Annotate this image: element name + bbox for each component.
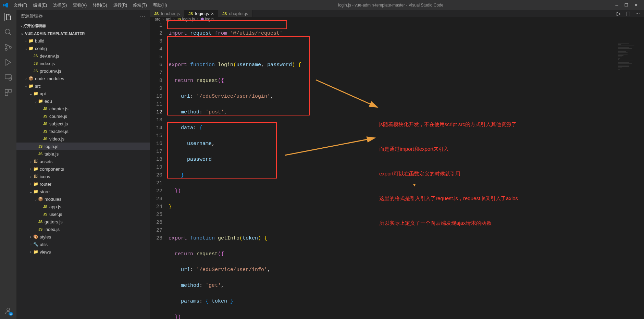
menu-item[interactable]: 选择(S) bbox=[50, 1, 70, 10]
breadcrumb[interactable]: src›api›JS login.js›⬢ login bbox=[150, 17, 644, 22]
sidebar-title: 资源管理器 bbox=[21, 13, 43, 19]
tree-label: index.js bbox=[40, 61, 55, 66]
minimize-button[interactable]: ─ bbox=[615, 3, 618, 8]
breadcrumb-sep: › bbox=[162, 17, 164, 22]
run-icon[interactable]: ▷ bbox=[617, 10, 621, 17]
js-file-icon: JS bbox=[42, 130, 48, 133]
line-number: 14 bbox=[150, 124, 162, 132]
tree-label: icons bbox=[40, 174, 50, 179]
tree-folder[interactable]: ›🖼assets bbox=[16, 158, 150, 165]
line-number: 16 bbox=[150, 140, 162, 148]
tree-file[interactable]: JSgetters.js bbox=[16, 218, 150, 225]
line-number: 13 bbox=[150, 116, 162, 124]
code-editor[interactable]: 1234567891011121314151617181920212223242… bbox=[150, 22, 644, 319]
folder-icon: 📁 bbox=[33, 167, 38, 171]
window-title: login.js - vue-admin-template-master - V… bbox=[170, 3, 612, 8]
menu-item[interactable]: 编辑(E) bbox=[30, 1, 50, 10]
tree-label: app.js bbox=[49, 204, 61, 209]
extensions-icon[interactable] bbox=[4, 88, 12, 97]
tree-folder[interactable]: ⌄📁edu bbox=[16, 97, 150, 105]
chevron-icon: › bbox=[29, 167, 33, 171]
tree-file[interactable]: JSdev.env.js bbox=[16, 52, 150, 60]
menu-item[interactable]: 运行(R) bbox=[111, 1, 130, 10]
folder-icon: 🖼 bbox=[33, 174, 38, 179]
tree-folder[interactable]: ›📁views bbox=[16, 248, 150, 256]
chevron-icon: ⌄ bbox=[29, 92, 33, 96]
tree-file[interactable]: JSsubject.js bbox=[16, 120, 150, 127]
tree-label: node_modules bbox=[35, 76, 64, 81]
tree-folder[interactable]: ›🖼icons bbox=[16, 173, 150, 180]
project-section[interactable]: ⌄ VUE-ADMIN-TEMPLATE-MASTER bbox=[16, 30, 150, 37]
tree-file[interactable]: JSteacher.js bbox=[16, 127, 150, 135]
tree-folder[interactable]: ›📦node_modules bbox=[16, 75, 150, 82]
vscode-logo-icon bbox=[3, 2, 8, 8]
breadcrumb-item[interactable]: JS login.js bbox=[177, 17, 195, 22]
line-number: 28 bbox=[150, 234, 162, 242]
tree-file[interactable]: JSvideo.js bbox=[16, 135, 150, 143]
editor-tab[interactable]: JSchapter.js bbox=[218, 10, 252, 17]
remote-icon[interactable] bbox=[4, 73, 12, 82]
breadcrumb-item[interactable]: api bbox=[166, 17, 171, 22]
chevron-icon: › bbox=[29, 175, 33, 179]
close-tab-icon[interactable]: × bbox=[211, 11, 214, 16]
maximize-button[interactable]: ❐ bbox=[624, 3, 628, 8]
breadcrumb-item[interactable]: src bbox=[155, 17, 160, 22]
tree-label: router bbox=[40, 182, 51, 187]
project-name: VUE-ADMIN-TEMPLATE-MASTER bbox=[25, 32, 85, 36]
tree-folder[interactable]: ›🎨styles bbox=[16, 233, 150, 241]
run-debug-icon[interactable] bbox=[4, 58, 12, 66]
tree-folder[interactable]: ⌄📦modules bbox=[16, 195, 150, 203]
menu-item[interactable]: 转到(G) bbox=[90, 1, 110, 10]
breadcrumb-sep: › bbox=[197, 17, 198, 22]
js-file-icon: JS bbox=[33, 69, 38, 73]
accounts-icon[interactable]: 3 bbox=[4, 307, 12, 315]
tree-file[interactable]: JStable.js bbox=[16, 150, 150, 158]
minimap[interactable] bbox=[617, 42, 644, 111]
tree-file[interactable]: JSuser.js bbox=[16, 210, 150, 218]
folder-icon: 📁 bbox=[28, 38, 34, 43]
explorer-sidebar: 资源管理器 ··· › 打开的编辑器 ⌄ VUE-ADMIN-TEMPLATE-… bbox=[16, 10, 150, 319]
folder-icon: 📁 bbox=[33, 91, 38, 96]
tree-label: config bbox=[35, 46, 47, 51]
tree-folder[interactable]: ›📁router bbox=[16, 180, 150, 188]
breadcrumb-item[interactable]: ⬢ login bbox=[200, 17, 214, 22]
chevron-down-icon: ⌄ bbox=[21, 31, 24, 36]
split-editor-icon[interactable]: ◫ bbox=[626, 10, 631, 17]
menu-item[interactable]: 帮助(H) bbox=[150, 1, 170, 10]
more-actions-icon[interactable]: ··· bbox=[140, 14, 146, 19]
tree-folder[interactable]: ›🔧utils bbox=[16, 241, 150, 248]
tree-label: login.js bbox=[45, 144, 58, 149]
tree-file[interactable]: JSprod.env.js bbox=[16, 67, 150, 75]
menu-item[interactable]: 终端(T) bbox=[131, 1, 149, 10]
menu-item[interactable]: 查看(V) bbox=[70, 1, 89, 10]
source-control-icon[interactable] bbox=[4, 43, 12, 51]
tree-file[interactable]: JSindex.js bbox=[16, 225, 150, 233]
tree-file[interactable]: JSchapter.js bbox=[16, 105, 150, 112]
folder-icon: 🔧 bbox=[33, 242, 38, 247]
tree-file[interactable]: JSindex.js bbox=[16, 60, 150, 67]
line-number: 22 bbox=[150, 187, 162, 195]
tree-label: components bbox=[40, 167, 64, 172]
tree-file[interactable]: JSapp.js bbox=[16, 203, 150, 210]
tree-label: course.js bbox=[49, 114, 67, 119]
more-icon[interactable]: ··· bbox=[635, 11, 640, 17]
tree-file[interactable]: JSlogin.js bbox=[16, 143, 150, 150]
tree-folder[interactable]: ›📁components bbox=[16, 165, 150, 173]
menu-item[interactable]: 文件(F) bbox=[11, 1, 30, 10]
tree-folder[interactable]: ›📁build bbox=[16, 37, 150, 45]
explorer-icon[interactable] bbox=[4, 13, 12, 21]
tree-file[interactable]: JScourse.js bbox=[16, 112, 150, 120]
close-button[interactable]: ✕ bbox=[634, 3, 638, 8]
tree-folder[interactable]: ⌄📁src bbox=[16, 82, 150, 90]
annotation-box-1 bbox=[167, 20, 287, 29]
code-body[interactable]: import request from '@/utils/request' ex… bbox=[169, 22, 644, 319]
tree-label: user.js bbox=[49, 212, 62, 217]
tree-folder[interactable]: ⌄📁store bbox=[16, 188, 150, 195]
tree-folder[interactable]: ⌄📁config bbox=[16, 45, 150, 52]
open-editors-section[interactable]: › 打开的编辑器 bbox=[16, 22, 150, 30]
editor-tab[interactable]: JSlogin.js× bbox=[184, 10, 218, 17]
editor-tab[interactable]: JSteacher.js bbox=[150, 10, 184, 17]
tree-folder[interactable]: ⌄📁api bbox=[16, 90, 150, 97]
line-number: 4 bbox=[150, 45, 162, 53]
search-icon[interactable] bbox=[4, 28, 12, 36]
